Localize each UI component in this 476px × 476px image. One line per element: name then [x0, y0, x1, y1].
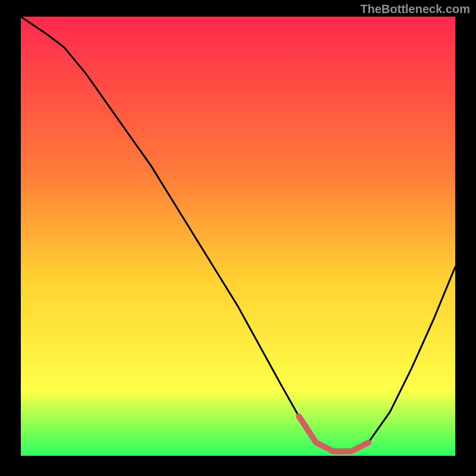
- chart-svg: [21, 17, 455, 456]
- gradient-background: [21, 17, 455, 456]
- chart-container: TheBottleneck.com: [0, 0, 476, 476]
- watermark-text: TheBottleneck.com: [361, 2, 470, 16]
- chart-plot-area: [21, 17, 455, 456]
